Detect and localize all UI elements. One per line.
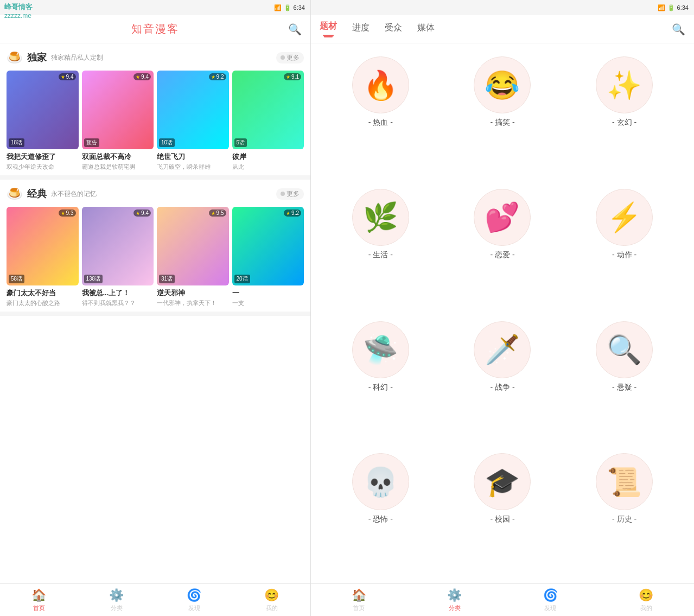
- right-status-bar: 📶 🔋 6:34: [311, 0, 694, 15]
- tab-受众[interactable]: 受众: [385, 22, 402, 36]
- exclusive-icon: 🍮: [7, 50, 23, 65]
- right-search-icon[interactable]: 🔍: [672, 23, 685, 36]
- comic-item[interactable]: ★9.531话逆天邪神一代邪神，执掌天下！: [157, 207, 229, 307]
- exclusive-comics-row: ★9.418话我把天道修歪了双魂少年逆天改命★9.4预告双面总裁不高冷霸道总裁是…: [7, 71, 304, 171]
- exclusive-title-group: 🍮 独家 独家精品私人定制: [7, 50, 103, 65]
- nav-label-发现: 发现: [188, 604, 200, 612]
- category-emoji-11: 📜: [607, 468, 642, 496]
- comic-title: 我把天道修歪了: [7, 152, 79, 162]
- nav-item-分类[interactable]: ⚙️分类: [78, 588, 155, 612]
- category-label-7: - 战争 -: [490, 383, 514, 392]
- comic-title: 一: [232, 288, 304, 298]
- category-item-7[interactable]: 🗡️- 战争 -: [442, 314, 564, 446]
- nav-item-发现[interactable]: 🌀发现: [502, 588, 599, 612]
- comic-desc: 豪门太太的心酸之路: [7, 299, 79, 307]
- left-status-bar: 📶 🔋 6:34: [0, 0, 310, 15]
- category-item-3[interactable]: 🌿- 生活 -: [320, 181, 442, 314]
- category-emoji-1: 😂: [485, 71, 520, 99]
- nav-item-首页[interactable]: 🏠首页: [311, 588, 407, 612]
- nav-icon-我的: 😊: [639, 588, 653, 602]
- category-item-9[interactable]: 💀- 恐怖 -: [320, 446, 442, 578]
- nav-icon-分类: ⚙️: [447, 588, 462, 602]
- category-circle-2: ✨: [596, 56, 653, 113]
- category-circle-8: 🔍: [596, 321, 653, 378]
- category-label-2: - 玄幻 -: [612, 118, 636, 128]
- comic-item[interactable]: ★9.4预告双面总裁不高冷霸道总裁是软萌宅男: [82, 71, 154, 171]
- tab-媒体[interactable]: 媒体: [417, 22, 435, 36]
- tab-wrapper-题材[interactable]: 题材: [320, 21, 337, 37]
- classic-icon: 🍮: [7, 186, 23, 201]
- right-bottom-nav: 🏠首页⚙️分类🌀发现😊我的: [311, 583, 694, 616]
- exclusive-subtitle: 独家精品私人定制: [51, 53, 103, 62]
- category-item-10[interactable]: 🎓- 校园 -: [442, 446, 564, 578]
- category-item-11[interactable]: 📜- 历史 -: [563, 446, 685, 578]
- comic-cover: ★9.358话: [7, 207, 79, 285]
- category-emoji-2: ✨: [607, 71, 642, 99]
- category-emoji-0: 🔥: [363, 71, 398, 99]
- comic-cover: ★9.418话: [7, 71, 79, 149]
- comic-cover: ★9.210话: [157, 71, 229, 149]
- nav-item-分类[interactable]: ⚙️分类: [407, 588, 503, 612]
- comic-item[interactable]: ★9.210话绝世飞刀飞刀破空，瞬杀群雄: [157, 71, 229, 171]
- nav-item-我的[interactable]: 😊我的: [233, 588, 310, 612]
- comic-item[interactable]: ★9.220话一一支: [232, 207, 304, 307]
- comic-item[interactable]: ★9.418话我把天道修歪了双魂少年逆天改命: [7, 71, 79, 171]
- comic-desc: 一代邪神，执掌天下！: [157, 299, 229, 307]
- right-panel: 📶 🔋 6:34 题材进度受众媒体 🔍 🔥- 热血 -😂- 搞笑 -✨- 玄幻 …: [310, 0, 694, 616]
- category-item-4[interactable]: 💕- 恋爱 -: [442, 181, 564, 314]
- section-divider-1: [0, 175, 310, 180]
- comic-rating: ★9.5: [209, 209, 226, 217]
- nav-item-首页[interactable]: 🏠首页: [0, 588, 78, 612]
- category-label-1: - 搞笑 -: [490, 118, 514, 128]
- nav-icon-首页: 🏠: [31, 588, 46, 602]
- tab-wrapper-受众[interactable]: 受众: [385, 22, 402, 36]
- exclusive-more-btn[interactable]: 更多: [276, 52, 304, 63]
- category-item-6[interactable]: 🛸- 科幻 -: [320, 314, 442, 446]
- comic-episodes: 预告: [84, 138, 99, 147]
- nav-label-首页: 首页: [353, 604, 365, 612]
- search-icon[interactable]: 🔍: [288, 23, 302, 36]
- category-item-8[interactable]: 🔍- 悬疑 -: [563, 314, 685, 446]
- right-tabs: 题材进度受众媒体: [320, 21, 672, 37]
- category-item-2[interactable]: ✨- 玄幻 -: [563, 49, 685, 181]
- nav-item-我的[interactable]: 😊我的: [599, 588, 695, 612]
- nav-icon-发现: 🌀: [187, 588, 201, 602]
- comic-rating: ★9.3: [59, 209, 76, 217]
- category-item-0[interactable]: 🔥- 热血 -: [320, 49, 442, 181]
- category-item-5[interactable]: ⚡- 动作 -: [563, 181, 685, 314]
- right-header: 题材进度受众媒体 🔍: [311, 15, 694, 43]
- nav-icon-首页: 🏠: [352, 588, 366, 602]
- comic-episodes: 31话: [159, 275, 175, 283]
- category-circle-1: 😂: [474, 56, 531, 113]
- category-emoji-7: 🗡️: [485, 335, 520, 364]
- comic-item[interactable]: ★9.358话豪门太太不好当豪门太太的心酸之路: [7, 207, 79, 307]
- category-circle-3: 🌿: [352, 189, 409, 246]
- category-label-8: - 悬疑 -: [612, 383, 636, 392]
- category-circle-5: ⚡: [596, 189, 653, 246]
- tab-进度[interactable]: 进度: [352, 22, 370, 36]
- category-item-1[interactable]: 😂- 搞笑 -: [442, 49, 564, 181]
- comic-desc: 得不到我就黑我？？: [82, 299, 154, 307]
- watermark-url: zzzzz.me: [4, 12, 33, 20]
- category-circle-11: 📜: [596, 453, 653, 510]
- category-label-5: - 动作 -: [612, 250, 636, 260]
- nav-item-发现[interactable]: 🌀发现: [155, 588, 233, 612]
- nav-icon-分类: ⚙️: [109, 588, 124, 602]
- comic-item[interactable]: ★9.15话彼岸从此: [232, 71, 304, 171]
- comic-item[interactable]: ★9.4138话我被总...上了！得不到我就黑我？？: [82, 207, 154, 307]
- comic-title: 双面总裁不高冷: [82, 152, 154, 162]
- comic-desc: 飞刀破空，瞬杀群雄: [157, 163, 229, 171]
- category-grid: 🔥- 热血 -😂- 搞笑 -✨- 玄幻 -🌿- 生活 -💕- 恋爱 -⚡- 动作…: [311, 43, 694, 583]
- comic-title: 绝世飞刀: [157, 152, 229, 162]
- category-label-6: - 科幻 -: [368, 383, 393, 392]
- classic-title: 经典: [27, 187, 47, 200]
- category-label-10: - 校园 -: [490, 515, 514, 524]
- classic-more-btn[interactable]: 更多: [276, 188, 304, 200]
- comic-title: 我被总...上了！: [82, 288, 154, 298]
- tab-wrapper-媒体[interactable]: 媒体: [417, 22, 435, 36]
- tab-题材[interactable]: 题材: [320, 21, 337, 34]
- tab-wrapper-进度[interactable]: 进度: [352, 22, 370, 36]
- category-emoji-9: 💀: [363, 468, 398, 496]
- comic-episodes: 58话: [9, 275, 24, 283]
- nav-label-我的: 我的: [266, 604, 278, 612]
